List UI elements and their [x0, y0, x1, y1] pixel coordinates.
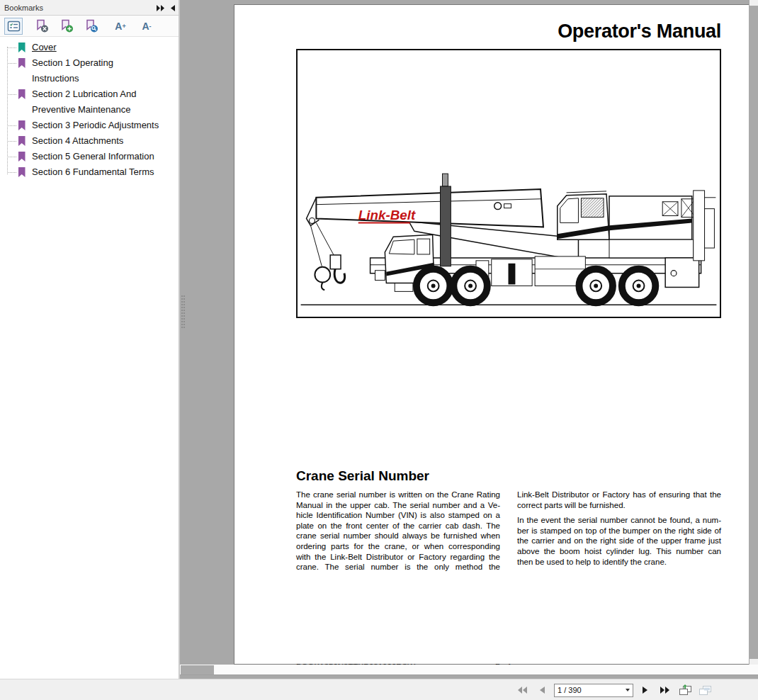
increase-text-size-button[interactable]: A+: [111, 18, 130, 35]
combo-caret-icon[interactable]: [626, 689, 630, 691]
first-page-icon: [516, 686, 528, 694]
document-page: Operator's Manual: [234, 4, 749, 665]
horizontal-scrollbar[interactable]: [180, 665, 758, 675]
first-page-button[interactable]: [514, 683, 530, 697]
bookmark-item-section-1[interactable]: Section 1 Operating Instructions: [0, 55, 179, 86]
document-pane: Operator's Manual: [180, 0, 758, 679]
bookmark-flag-icon: [17, 57, 26, 69]
previous-view-icon: [679, 684, 692, 696]
previous-page-button[interactable]: [534, 683, 550, 697]
find-bookmark-icon: [84, 19, 98, 33]
previous-view-button[interactable]: [677, 683, 693, 697]
previous-page-icon: [538, 686, 545, 694]
bookmark-flag-icon: [17, 89, 26, 100]
crane-brand-text: Link-Belt: [358, 208, 416, 222]
delete-bookmark-button[interactable]: [33, 18, 51, 35]
bookmark-item-section-6[interactable]: Section 6 Fundamental Terms: [0, 164, 179, 180]
crane-figure-box: Link-Belt: [296, 49, 721, 318]
bookmark-item-section-5[interactable]: Section 5 General Information: [0, 149, 179, 164]
new-bookmark-button[interactable]: [57, 18, 76, 35]
next-page-icon: [642, 686, 649, 694]
bookmarks-panel: Bookmarks: [0, 0, 179, 679]
bookmark-options-button[interactable]: [4, 18, 23, 35]
increase-text-size-icon: A: [115, 21, 122, 32]
decrease-text-size-icon: A: [142, 21, 149, 32]
delete-bookmark-icon: [35, 19, 49, 33]
page-navigation: 1 / 390: [514, 682, 713, 698]
bookmark-flag-icon: [17, 166, 26, 178]
bookmark-options-icon: [7, 21, 21, 32]
vertical-scrollbar-thumb[interactable]: [749, 6, 758, 659]
bookmark-flag-icon: [17, 151, 26, 162]
crane-illustration: Link-Belt: [298, 50, 720, 317]
find-bookmark-button[interactable]: [82, 18, 101, 35]
new-bookmark-icon: [60, 19, 74, 33]
page-number-input[interactable]: 1 / 390: [554, 684, 633, 697]
next-view-icon: [698, 684, 712, 696]
bookmark-item-section-2[interactable]: Section 2 Lubrication And Preventive Mai…: [0, 86, 179, 118]
collapse-panel-icon[interactable]: [170, 5, 176, 11]
next-page-button[interactable]: [638, 683, 653, 697]
bookmarks-toolbar: A+ A-: [0, 16, 179, 37]
last-page-icon: [660, 686, 671, 694]
next-view-button[interactable]: [697, 683, 713, 697]
status-bar: 1 / 390: [0, 679, 758, 700]
page-title: Operator's Manual: [296, 21, 721, 43]
right-column: Link-Belt Distributor or Factory has of …: [517, 490, 721, 572]
horizontal-scrollbar-thumb[interactable]: [181, 665, 214, 674]
bookmark-item-section-4[interactable]: Section 4 Attachments: [0, 133, 179, 149]
bookmarks-tree: Cover Section 1 Operating Instructions S…: [0, 37, 179, 180]
pdf-viewer-window: Bookmarks: [0, 0, 758, 700]
decrease-text-size-button[interactable]: A-: [137, 18, 157, 35]
section-heading: Crane Serial Number: [296, 468, 721, 484]
body-text-columns: The crane serial number is written on th…: [296, 490, 721, 572]
bookmarks-panel-title: Bookmarks: [4, 4, 43, 12]
vertical-scrollbar[interactable]: [749, 0, 758, 665]
left-column: The crane serial number is written on th…: [296, 490, 500, 572]
expand-panel-icon[interactable]: [156, 5, 165, 11]
last-page-button[interactable]: [657, 683, 673, 697]
bookmark-item-cover[interactable]: Cover: [0, 40, 179, 55]
bookmark-flag-icon: [17, 120, 26, 131]
bookmark-item-section-3[interactable]: Section 3 Periodic Adjustments: [0, 118, 179, 133]
bookmark-flag-icon: [17, 135, 26, 147]
bookmark-flag-icon: [17, 42, 26, 53]
splitter-grip[interactable]: [181, 295, 185, 328]
bookmarks-panel-header: Bookmarks: [0, 0, 179, 16]
